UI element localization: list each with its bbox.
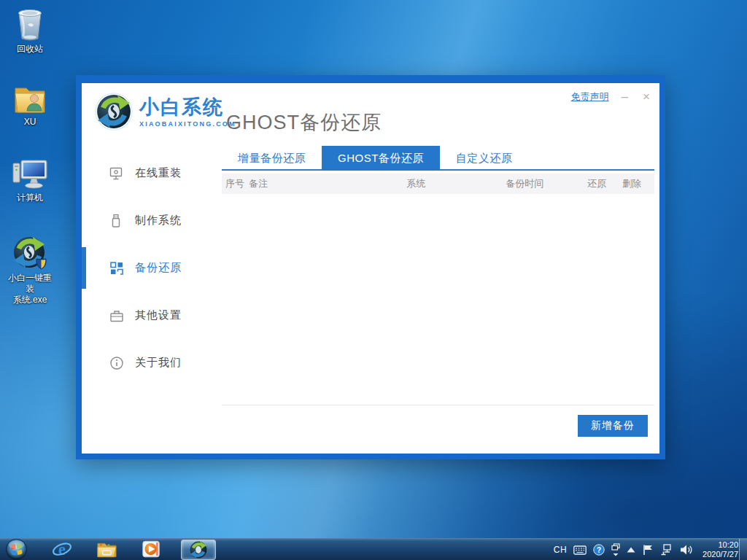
grid-icon: [109, 261, 124, 276]
taskbar-clock[interactable]: 10:20 2020/7/27: [703, 540, 738, 559]
taskbar: e: [0, 538, 747, 560]
desktop-icon-recycle-bin[interactable]: 回收站: [4, 6, 55, 55]
desktop-icon-xu-folder[interactable]: XU: [4, 83, 55, 128]
keyboard-layout-icon[interactable]: [573, 545, 587, 555]
window-controls: 免责声明 – ×: [571, 90, 652, 104]
sidebar-active-indicator: [82, 247, 86, 289]
xiaobai-app-window: 免责声明 – × 小白系统 XIAOBAIXITONG.COM: [76, 75, 665, 459]
folder-icon: [96, 540, 117, 559]
taskbar-internet-explorer[interactable]: e: [51, 540, 73, 559]
column-header-system: 系统: [407, 177, 506, 190]
volume-icon[interactable]: [680, 544, 693, 556]
footer-row: 新增备份: [222, 405, 654, 437]
minimize-button[interactable]: –: [619, 90, 630, 104]
language-indicator[interactable]: CH: [554, 545, 567, 555]
sidebar-item-backup-restore[interactable]: 备份还原: [82, 244, 222, 292]
column-header-index: 序号: [225, 177, 249, 190]
sidebar-item-other-settings[interactable]: 其他设置: [82, 292, 222, 339]
tab-custom-restore[interactable]: 自定义还原: [440, 146, 529, 171]
page-title: GHOST备份还原: [226, 109, 382, 136]
sidebar-item-label: 其他设置: [135, 308, 182, 322]
desktop-icon-xiaobai-exe[interactable]: 小白一键重装 系统.exe: [4, 235, 55, 306]
taskbar-file-explorer[interactable]: [96, 540, 117, 559]
recycle-bin-icon: [13, 6, 47, 42]
xiaobai-app-icon: [12, 235, 48, 271]
windows-update-restart-icon[interactable]: [611, 543, 620, 556]
computer-icon: [11, 158, 49, 191]
desktop-icon-label: 小白一键重装 系统.exe: [4, 273, 55, 306]
sidebar-item-label: 关于我们: [135, 356, 182, 370]
windows-start-icon: [5, 538, 28, 560]
briefcase-icon: [109, 308, 124, 323]
column-header-note: 备注: [249, 177, 407, 190]
brand-logo: 小白系统 XIAOBAIXITONG.COM: [95, 93, 236, 131]
disclaimer-link[interactable]: 免责声明: [571, 90, 609, 104]
new-backup-button[interactable]: 新增备份: [578, 415, 648, 437]
action-center-flag-icon[interactable]: [642, 544, 654, 556]
sidebar-item-label: 备份还原: [135, 261, 182, 275]
monitor-icon: [109, 166, 124, 181]
show-desktop-button[interactable]: [739, 539, 747, 560]
column-header-restore: 还原: [587, 177, 622, 190]
clock-time: 10:20: [703, 540, 738, 550]
sidebar-item-make-system[interactable]: 制作系统: [82, 197, 222, 244]
media-player-icon: [142, 540, 161, 559]
clock-date: 2020/7/27: [703, 550, 738, 559]
tab-incremental-backup-restore[interactable]: 增量备份还原: [222, 146, 322, 171]
sidebar-item-label: 制作系统: [135, 214, 182, 228]
show-hidden-icons-chevron[interactable]: [627, 547, 635, 553]
sidebar: 在线重装 制作系统: [82, 149, 222, 386]
usb-icon: [109, 214, 124, 228]
column-header-backup-time: 备份时间: [506, 177, 587, 190]
user-folder-icon: [12, 83, 47, 115]
system-tray: CH ?: [554, 539, 738, 560]
brand-text: 小白系统 XIAOBAIXITONG.COM: [139, 96, 236, 128]
content-area: 增量备份还原 GHOST备份还原 自定义还原 序号 备注 系统 备份时间 还原 …: [222, 146, 654, 437]
desktop-icon-label: XU: [4, 117, 55, 128]
help-icon[interactable]: ?: [593, 544, 605, 556]
brand-domain: XIAOBAIXITONG.COM: [139, 120, 236, 128]
window-body: 免责声明 – × 小白系统 XIAOBAIXITONG.COM: [82, 83, 659, 454]
desktop-icon-label: 回收站: [4, 44, 55, 55]
table-header: 序号 备注 系统 备份时间 还原 删除: [222, 174, 654, 194]
tab-bar: 增量备份还原 GHOST备份还原 自定义还原: [222, 146, 654, 171]
table-body-empty: [222, 194, 654, 405]
taskbar-xiaobai-app-active[interactable]: [181, 540, 216, 560]
tab-ghost-backup-restore[interactable]: GHOST备份还原: [322, 146, 440, 171]
svg-text:?: ?: [597, 546, 601, 554]
column-header-delete: 删除: [622, 177, 654, 190]
internet-explorer-icon: e: [52, 540, 72, 560]
taskbar-left: e: [0, 539, 216, 560]
taskbar-media-player[interactable]: [140, 540, 162, 559]
sidebar-item-online-reinstall[interactable]: 在线重装: [82, 149, 222, 197]
sidebar-item-about-us[interactable]: 关于我们: [82, 339, 222, 386]
xiaobai-app-icon: [189, 540, 208, 559]
start-button[interactable]: [5, 539, 28, 560]
desktop-icon-computer[interactable]: 计算机: [4, 158, 55, 203]
brand-name: 小白系统: [139, 96, 236, 118]
xiaobai-logo-icon: [95, 93, 133, 131]
info-icon: [109, 356, 124, 370]
close-button[interactable]: ×: [640, 90, 652, 104]
uac-shield-icon: [36, 259, 46, 269]
desktop-icon-label: 计算机: [4, 192, 55, 203]
sidebar-item-label: 在线重装: [135, 166, 182, 180]
desktop: 回收站 XU 计算机: [0, 0, 747, 560]
network-icon[interactable]: [660, 544, 673, 556]
